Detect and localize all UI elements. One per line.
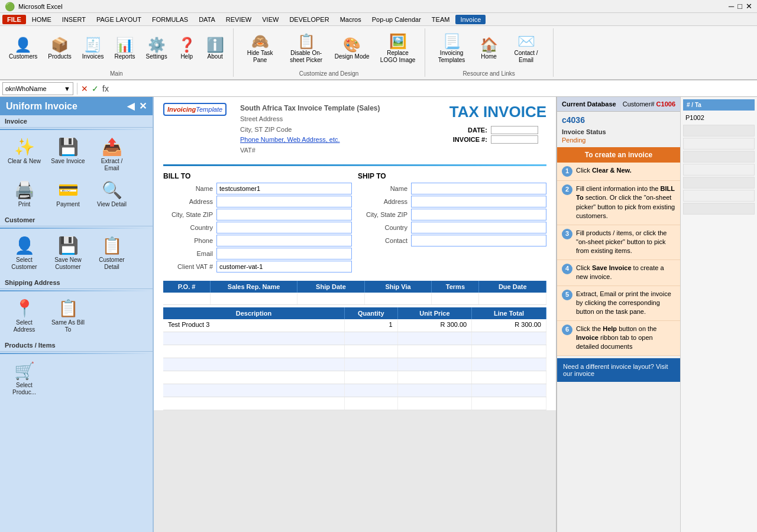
task-pane-close-icon[interactable]: ✕ xyxy=(139,100,147,112)
products-header-unit-price: Unit Price xyxy=(398,307,473,319)
task-pane-chevron-icon[interactable]: ◀ xyxy=(127,100,134,112)
ribbon-btn-about[interactable]: ℹ️ About xyxy=(202,35,228,63)
customer-num-display: Customer# C1006 xyxy=(623,100,675,108)
bill-address-row: Address xyxy=(163,196,352,207)
product-qty-2 xyxy=(345,332,398,345)
ribbon-btn-replace-logo[interactable]: 🖼️ Replace LOGO Image xyxy=(376,32,420,66)
date-label: DATE: xyxy=(451,126,490,134)
invoice-template-title: South Africa Tax Invoice Template (Sales… xyxy=(240,103,444,114)
tp-btn-select-address[interactable]: 📍 Select Address xyxy=(4,296,45,336)
ribbon-btn-contact-email[interactable]: ✉️ Contact / Email xyxy=(504,32,548,66)
tp-btn-select-product[interactable]: 🛒 Select Produc... xyxy=(4,359,45,398)
spreadsheet-area: InvoicingTemplate South Africa Tax Invoi… xyxy=(154,97,556,532)
ribbon-btn-hide-task-pane[interactable]: 🙈 Hide Task Pane xyxy=(238,32,282,66)
tp-btn-print[interactable]: 🖨️ Print xyxy=(4,178,45,210)
ribbon-group-resource: 📃 Invoicing Templates 🏠 Home ✉️ Contact … xyxy=(425,28,554,77)
close-btn[interactable]: ✕ xyxy=(746,2,752,11)
products-header-qty: Quantity xyxy=(345,307,398,319)
tp-section-invoice: Invoice xyxy=(0,115,153,128)
ribbon-btn-settings[interactable]: ⚙️ Settings xyxy=(142,35,172,63)
tp-btn-view-detail[interactable]: 🔍 View Detail xyxy=(91,178,132,210)
product-line-total-5 xyxy=(472,371,546,384)
products-table-header: Description Quantity Unit Price Line Tot… xyxy=(163,307,546,319)
ship-city-row: City, State ZIP xyxy=(358,209,546,220)
products-row-2 xyxy=(163,332,546,345)
formula-fx-icon[interactable]: fx xyxy=(102,84,109,93)
tp-btn-extract-email[interactable]: 📤 Extract / Email xyxy=(91,135,132,174)
minimize-btn[interactable]: ─ xyxy=(729,2,734,11)
formula-input[interactable] xyxy=(111,82,755,95)
menu-bar: FILE HOME INSERT PAGE LAYOUT FORMULAS DA… xyxy=(0,13,757,26)
menu-formulas[interactable]: FORMULAS xyxy=(147,15,193,24)
ribbon-btn-products[interactable]: 📦 Products xyxy=(44,35,75,63)
maximize-btn[interactable]: □ xyxy=(737,2,742,11)
menu-popup-calendar[interactable]: Pop-up Calendar xyxy=(367,15,426,24)
invoice-phone-link[interactable]: Phone Number, Web Address, etc. xyxy=(240,136,340,143)
menu-review[interactable]: REVIEW xyxy=(221,15,256,24)
tp-products-buttons: 🛒 Select Produc... xyxy=(0,355,153,402)
menu-insert[interactable]: INSERT xyxy=(57,15,90,24)
menu-view[interactable]: VIEW xyxy=(257,15,283,24)
menu-file[interactable]: FILE xyxy=(2,15,26,24)
formula-confirm-icon[interactable]: ✓ xyxy=(92,84,99,93)
bill-email-input[interactable] xyxy=(216,248,352,259)
extra-strip-row-7 xyxy=(683,203,755,215)
bill-address-input[interactable] xyxy=(216,196,352,207)
bill-phone-input[interactable] xyxy=(216,235,352,246)
invoice-logo-area: InvoicingTemplate xyxy=(163,103,234,116)
bill-phone-row: Phone xyxy=(163,235,352,246)
ribbon-btn-home[interactable]: 🏠 Home xyxy=(476,35,502,63)
ribbon-btn-help[interactable]: ❓ Help xyxy=(174,35,200,63)
products-row-6 xyxy=(163,384,546,397)
bill-city-row: City, State ZIP xyxy=(163,209,352,220)
po-cell-sales-rep xyxy=(211,293,297,304)
name-box[interactable]: oknWhoName ▼ xyxy=(2,82,73,95)
menu-page-layout[interactable]: PAGE LAYOUT xyxy=(92,15,146,24)
products-row-5 xyxy=(163,371,546,384)
ribbon-btn-customers[interactable]: 👤 Customers xyxy=(5,35,41,63)
ship-name-input[interactable] xyxy=(411,183,546,194)
bill-city-input[interactable] xyxy=(216,209,352,220)
menu-data[interactable]: DATA xyxy=(194,15,220,24)
menu-team[interactable]: TEAM xyxy=(427,15,455,24)
invoice-vat: VAT# xyxy=(240,145,444,156)
instruction-step-3: 3 Fill products / items, or click the "o… xyxy=(557,225,680,260)
product-desc-4 xyxy=(163,358,345,371)
instruction-step-2: 2 Fill client information into the BILL … xyxy=(557,181,680,225)
po-header-ship-via: Ship Via xyxy=(365,281,432,293)
tp-section-customer-line xyxy=(0,228,153,229)
tp-btn-same-as-bill[interactable]: 📋 Same As Bill To xyxy=(47,296,89,336)
ship-country-input[interactable] xyxy=(411,222,546,233)
bill-section: BILL TO Name Address City, State ZIP xyxy=(163,172,352,274)
step-num-4: 4 xyxy=(562,264,572,274)
step-text-3: Fill products / items, or click the "on-… xyxy=(576,229,675,256)
bill-vat-input[interactable] xyxy=(216,261,352,273)
bill-country-input[interactable] xyxy=(216,222,352,233)
ship-city-input[interactable] xyxy=(411,209,546,220)
ribbon-btn-invoices[interactable]: 🧾 Invoices xyxy=(78,35,108,63)
ship-to-header: SHIP TO xyxy=(358,172,546,180)
ribbon-btn-reports[interactable]: 📊 Reports xyxy=(111,35,140,63)
extra-strip-row-1 xyxy=(683,125,755,137)
menu-home[interactable]: HOME xyxy=(27,15,56,24)
menu-macros[interactable]: Macros xyxy=(335,15,366,24)
product-qty-4 xyxy=(345,358,398,371)
extra-strip-row-6 xyxy=(683,190,755,202)
bill-name-input[interactable] xyxy=(216,183,352,194)
product-unit-price-2 xyxy=(398,332,473,345)
tp-btn-customer-detail[interactable]: 📋 Customer Detail xyxy=(91,233,132,273)
ship-contact-input[interactable] xyxy=(411,235,546,246)
tp-btn-payment[interactable]: 💳 Payment xyxy=(47,178,89,210)
tp-btn-select-customer[interactable]: 👤 Select Customer xyxy=(4,233,45,273)
tp-btn-save-invoice[interactable]: 💾 Save Invoice xyxy=(47,135,89,174)
menu-developer[interactable]: DEVELOPER xyxy=(284,15,334,24)
ribbon-btn-disable-on-sheet[interactable]: 📋 Disable On-sheet Picker xyxy=(284,32,328,66)
ribbon-btn-design-mode[interactable]: 🎨 Design Mode xyxy=(331,35,374,63)
ribbon-btn-invoicing-templates[interactable]: 📃 Invoicing Templates xyxy=(430,32,474,66)
ship-address-input[interactable] xyxy=(411,196,546,207)
formula-cancel-icon[interactable]: ✕ xyxy=(81,84,88,93)
product-line-total-2 xyxy=(472,332,546,345)
tp-btn-save-new-customer[interactable]: 💾 Save New Customer xyxy=(47,233,89,273)
menu-invoice[interactable]: Invoice xyxy=(455,15,486,24)
tp-btn-clear-new[interactable]: ✨ Clear & New xyxy=(4,135,45,174)
